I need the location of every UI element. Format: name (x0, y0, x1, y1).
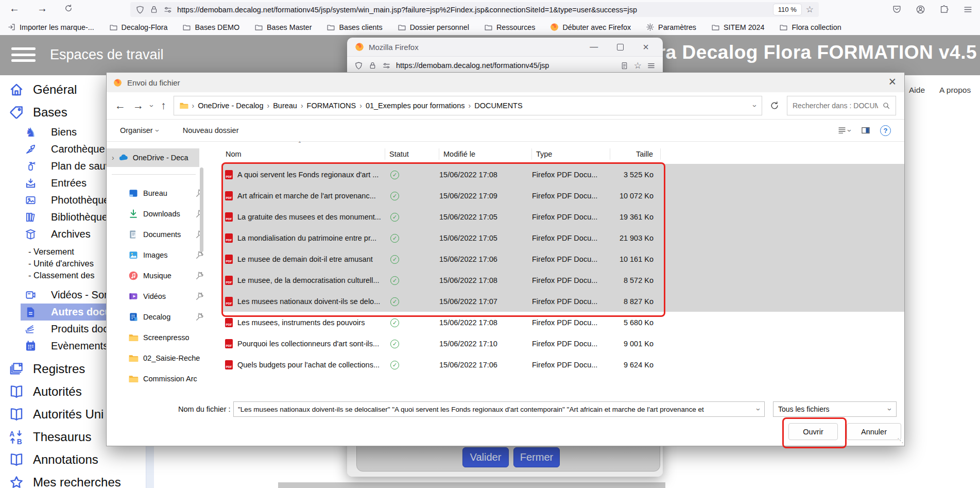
file-row[interactable]: PDFLa mondialisation du patrimoine entre… (221, 227, 904, 248)
app-menu-icon[interactable] (11, 47, 36, 62)
star-icon (9, 475, 24, 488)
breadcrumb[interactable]: ›OneDrive - Decalog›Bureau›FORMATIONS›01… (174, 96, 763, 115)
breadcrumb-onedrive-decalog[interactable]: OneDrive - Decalog (198, 102, 263, 110)
file-row[interactable]: PDFArt africain et marche de l'art prove… (221, 185, 904, 206)
tree-item-decalog[interactable]: Decalog (107, 307, 218, 327)
file-row[interactable]: PDFLe musee de demain doit-il etre amusa… (221, 248, 904, 270)
bookmark-star-icon[interactable]: ☆ (806, 4, 814, 15)
help-link[interactable]: Aide (909, 86, 925, 95)
forward-icon[interactable]: → (37, 3, 47, 14)
resize-grip[interactable]: ⋱ (897, 437, 903, 444)
file-row[interactable]: PDFLe musee, de la democratisation cultu… (221, 270, 904, 291)
preview-pane-icon[interactable] (861, 125, 871, 136)
menu-icon[interactable] (647, 61, 656, 70)
bookmark-bases-clients[interactable]: Bases clients (326, 23, 382, 31)
lock-icon[interactable] (149, 5, 159, 14)
bookmark-importer-les-marque[interactable]: Importer les marque-... (7, 23, 94, 31)
check-icon: ✓ (390, 192, 399, 200)
bookmark-d-buter-avec-firefox[interactable]: Débuter avec Firefox (550, 23, 631, 31)
refresh-icon[interactable] (769, 100, 780, 111)
bookmark-bases-demo[interactable]: Bases DEMO (182, 23, 239, 31)
bookmark-star-icon[interactable]: ☆ (634, 60, 642, 71)
dialog-titlebar[interactable]: Envoi du fichier (107, 73, 904, 92)
bookmark-decalog-flora[interactable]: Decalog-Flora (109, 23, 168, 31)
folder-icon (182, 23, 191, 31)
bookmark-sitem-2024[interactable]: SITEM 2024 (711, 23, 764, 31)
file-row[interactable]: PDFA quoi servent les Fonds regionaux d'… (221, 164, 904, 185)
file-row[interactable]: PDFQuels budgets pour l'achat de collect… (221, 354, 904, 375)
history-chevron-icon[interactable]: › (148, 105, 156, 107)
filetype-select[interactable]: Tous les fichiers › (773, 401, 897, 417)
file-rows: PDFA quoi servent les Fonds regionaux d'… (221, 164, 904, 375)
file-row[interactable]: PDFLes musees nationaux doivent-ils se d… (221, 291, 904, 312)
maximize-icon[interactable] (617, 44, 624, 51)
photo-icon (25, 194, 37, 206)
search-input[interactable]: Rechercher dans : DOCUME... (787, 96, 896, 115)
file-row[interactable]: PDFLes musees, instruments des pouvoirs … (221, 312, 904, 333)
permissions-icon[interactable] (163, 5, 173, 14)
account-icon[interactable] (916, 5, 925, 14)
breadcrumb-01-exemples-pour-formations[interactable]: 01_Exemples pour formations (366, 102, 465, 110)
tree-item-onedrive-deca[interactable]: ›OneDrive - Deca (107, 148, 199, 167)
sidebar-item-mes-recherches[interactable]: Mes recherches (0, 471, 154, 488)
close-icon[interactable]: × (888, 74, 896, 89)
chevron-right-icon: › (267, 102, 270, 110)
back-icon[interactable]: ← (9, 3, 20, 14)
bookmark-bases-master[interactable]: Bases Master (254, 23, 312, 31)
file-row[interactable]: PDFLa gratuite des musees et des monumen… (221, 206, 904, 227)
folder-icon (109, 23, 118, 31)
cancel-button[interactable]: Annuler (847, 423, 901, 440)
address-bar[interactable]: https://demobam.decalog.net/formationv45… (130, 2, 819, 17)
breadcrumb-documents[interactable]: DOCUMENTS (474, 102, 522, 110)
menu-icon[interactable] (963, 5, 973, 14)
close-icon[interactable]: × (643, 41, 649, 53)
open-button[interactable]: Ouvrir (788, 423, 838, 440)
column-header-statut[interactable]: Statut (385, 148, 439, 160)
file-row[interactable]: PDFPourquoi les collectionneurs d'art so… (221, 333, 904, 354)
tree-item-commission-arc[interactable]: Commission Arc (107, 368, 218, 389)
column-header-nom[interactable]: Nom (221, 148, 385, 160)
close-button[interactable]: Fermer (513, 447, 560, 467)
check-icon: ✓ (390, 297, 399, 306)
forward-icon[interactable]: → (133, 99, 144, 112)
zoom-badge[interactable]: 110 % (773, 4, 801, 15)
chevron-down-icon[interactable]: › (751, 105, 759, 107)
filename-row: Nom du fichier : "Les musees nationaux d… (107, 401, 904, 417)
reader-icon[interactable] (620, 61, 629, 70)
filename-input[interactable]: "Les musees nationaux doivent-ils se del… (233, 401, 765, 417)
tree-item-vid-os[interactable]: Vidéos (107, 286, 218, 307)
check-icon: ✓ (390, 213, 399, 222)
tree-item-screenpresso[interactable]: Screenpresso (107, 327, 218, 348)
tree-item-musique[interactable]: Musique (107, 265, 218, 286)
minimize-icon[interactable]: — (590, 42, 598, 52)
expander-icon[interactable]: › (112, 154, 114, 162)
sidebar-item-annotations[interactable]: Annotations (0, 448, 154, 471)
column-header-taille[interactable]: Taille (610, 148, 661, 160)
bookmark-ressources[interactable]: Ressources (484, 23, 536, 31)
about-link[interactable]: A propos (939, 86, 971, 95)
view-list-button[interactable]: › (837, 126, 851, 135)
bookmark-param-tres[interactable]: Paramètres (646, 23, 696, 31)
popup-address-bar[interactable]: https://demobam.decalog.net/formationv45… (347, 56, 663, 74)
reload-icon[interactable] (64, 4, 73, 15)
column-header-modifi-le[interactable]: Modifié le (439, 148, 532, 160)
back-icon[interactable]: ← (115, 99, 126, 112)
shield-icon[interactable] (135, 5, 145, 14)
desktop-icon (128, 188, 139, 198)
help-icon[interactable]: ? (880, 125, 891, 136)
organize-button[interactable]: Organiser› (120, 126, 159, 134)
validate-button[interactable]: Valider (462, 447, 509, 467)
bookmark-flora-collection[interactable]: Flora collection (779, 23, 841, 31)
tree-scrollbar[interactable] (200, 167, 203, 252)
new-folder-button[interactable]: Nouveau dossier (183, 126, 239, 134)
breadcrumb-bureau[interactable]: Bureau (273, 102, 297, 110)
column-header-type[interactable]: Type (532, 148, 610, 160)
pocket-icon[interactable] (892, 5, 902, 14)
breadcrumb-formations[interactable]: FORMATIONS (307, 102, 356, 110)
folder-icon (254, 23, 263, 31)
bookmark-dossier-personnel[interactable]: Dossier personnel (398, 23, 469, 31)
extension-icon[interactable] (939, 5, 949, 14)
popup-titlebar[interactable]: Mozilla Firefox — × (347, 38, 663, 56)
tree-item-02-saisie-reche[interactable]: 02_Saisie-Reche (107, 348, 218, 368)
up-icon[interactable]: ↑ (161, 99, 166, 112)
